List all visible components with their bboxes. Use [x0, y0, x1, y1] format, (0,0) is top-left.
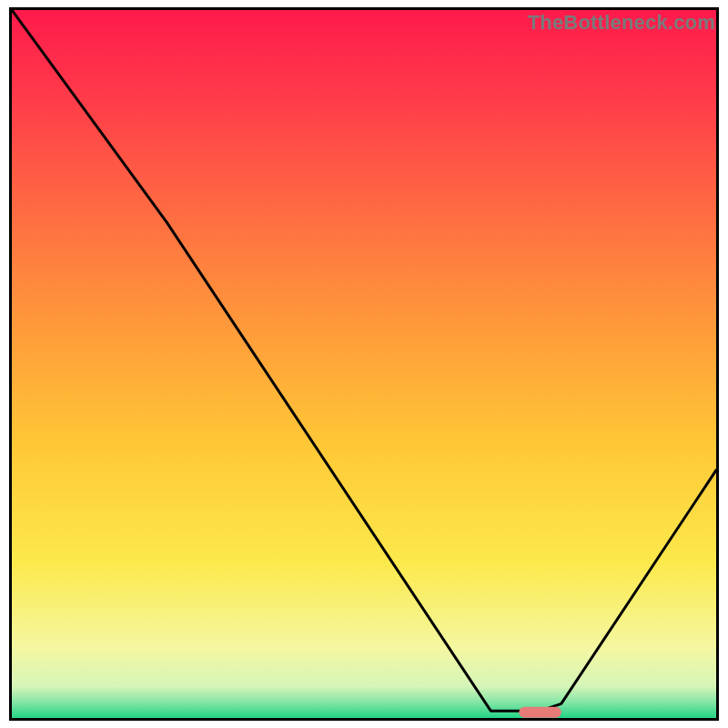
chart-background	[12, 10, 716, 718]
optimal-marker	[519, 707, 561, 718]
bottleneck-chart	[12, 10, 716, 718]
attribution-text: TheBottleneck.com	[528, 11, 715, 35]
